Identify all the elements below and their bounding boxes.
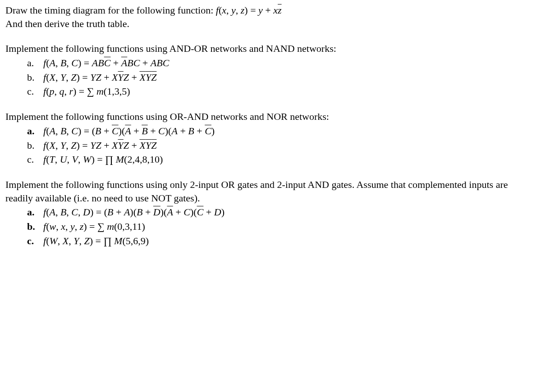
math-expr: f(T, U, V, W) = ∏ M(2,4,8,10) xyxy=(43,153,163,166)
intro-text: Implement the following functions using … xyxy=(5,110,536,123)
list-item-c: c. f(T, U, V, W) = ∏ M(2,4,8,10) xyxy=(27,153,536,166)
list-item-a: a. f(A, B, C, D) = (B + A)(B + D)(A + C)… xyxy=(27,205,536,219)
label-b: b. xyxy=(27,139,38,152)
label-c: c. xyxy=(27,153,38,166)
list-item-a: a. f(A, B, C) = ABC + ABC + ABC xyxy=(27,56,536,70)
label-c: c. xyxy=(27,85,38,98)
paragraph-andor: Implement the following functions using … xyxy=(5,42,536,98)
math-expr: f(X, Y, Z) = YZ + XYZ + XYZ xyxy=(43,139,156,152)
list-item-c: c. f(W, X, Y, Z) = ∏ M(5,6,9) xyxy=(27,234,536,248)
paragraph-timing: Draw the timing diagram for the followin… xyxy=(5,4,536,30)
math-expr: f(A, B, C, D) = (B + A)(B + D)(A + C)(C … xyxy=(43,205,225,219)
list-item-b: b. f(X, Y, Z) = YZ + XYZ + XYZ xyxy=(27,139,536,152)
math-expr: f(A, B, C) = ABC + ABC + ABC xyxy=(43,56,169,70)
intro-text: Implement the following functions using … xyxy=(5,178,536,205)
label-a: a. xyxy=(27,56,38,70)
list-orand: a. f(A, B, C) = (B + C)(A + B + C)(A + B… xyxy=(27,124,536,166)
list-2input: a. f(A, B, C, D) = (B + A)(B + D)(A + C)… xyxy=(27,205,536,247)
math-expr: f(W, X, Y, Z) = ∏ M(5,6,9) xyxy=(43,234,149,248)
math-expr: f(p, q, r) = ∑ m(1,3,5) xyxy=(43,85,130,98)
label-a: a. xyxy=(27,124,38,138)
intro-text: Implement the following functions using … xyxy=(5,42,536,55)
math-expr: f(x, y, z) = y + xz xyxy=(216,5,282,16)
list-item-b: b. f(X, Y, Z) = YZ + XYZ + XYZ xyxy=(27,71,536,84)
label-a: a. xyxy=(27,205,38,219)
paragraph-orand: Implement the following functions using … xyxy=(5,110,536,166)
text-line: And then derive the truth table. xyxy=(5,18,129,29)
text-line: Draw the timing diagram for the followin… xyxy=(5,5,216,16)
list-item-b: b. f(w, x, y, z) = ∑ m(0,3,11) xyxy=(27,220,536,233)
list-item-c: c. f(p, q, r) = ∑ m(1,3,5) xyxy=(27,85,536,98)
math-expr: f(w, x, y, z) = ∑ m(0,3,11) xyxy=(43,220,145,233)
math-expr: f(X, Y, Z) = YZ + XYZ + XYZ xyxy=(43,71,156,84)
list-andor: a. f(A, B, C) = ABC + ABC + ABC b. f(X, … xyxy=(27,56,536,98)
label-b: b. xyxy=(27,71,38,84)
list-item-a: a. f(A, B, C) = (B + C)(A + B + C)(A + B… xyxy=(27,124,536,138)
math-expr: f(A, B, C) = (B + C)(A + B + C)(A + B + … xyxy=(43,124,215,138)
paragraph-2input: Implement the following functions using … xyxy=(5,178,536,247)
label-c: c. xyxy=(27,234,38,248)
label-b: b. xyxy=(27,220,38,233)
